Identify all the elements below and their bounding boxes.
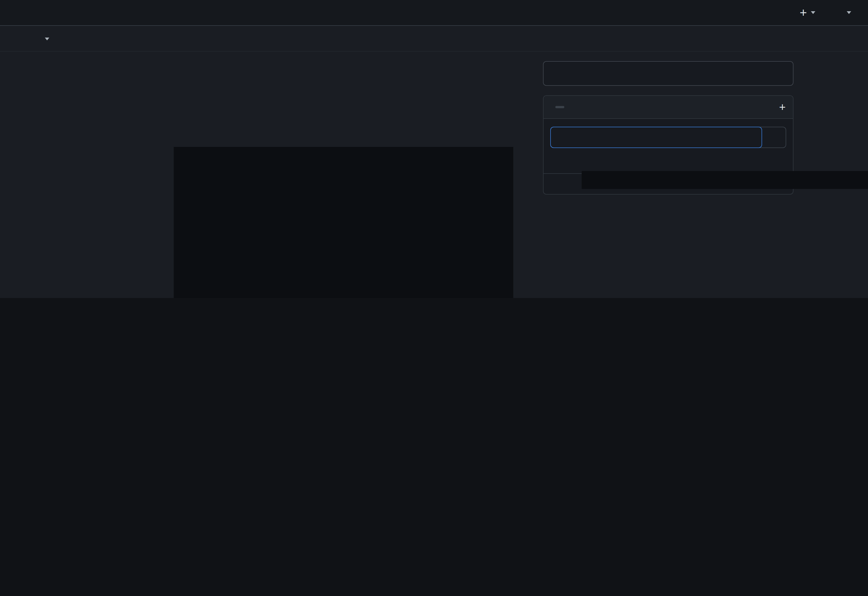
dashboard-sidebar: + [543, 61, 793, 86]
contribution-heatmap [77, 62, 542, 135]
user-menu[interactable] [828, 5, 851, 20]
add-repository-button[interactable]: + [779, 102, 785, 112]
context-user-avatar[interactable] [17, 31, 32, 47]
context-bar [0, 27, 868, 52]
admin-panel-icon[interactable] [774, 6, 787, 19]
user-avatar [828, 5, 843, 20]
top-navbar: + [0, 0, 868, 26]
chevron-down-icon [847, 11, 851, 14]
create-new-dropdown[interactable]: + [800, 7, 815, 18]
chevron-down-icon [811, 11, 815, 14]
repo-search-field[interactable] [550, 127, 762, 148]
notifications-bell-icon[interactable] [749, 6, 762, 19]
repositories-panel-header: + [543, 96, 793, 119]
gitea-logo-icon[interactable] [17, 4, 34, 21]
repositories-count-badge [555, 106, 564, 108]
plus-icon: + [800, 7, 807, 18]
gitea-dashboard: + [0, 0, 868, 298]
redacted-area [582, 171, 868, 189]
repo-filter-button[interactable] [762, 127, 785, 148]
view-switch-tabs [543, 61, 793, 86]
repo-search-input[interactable] [561, 132, 755, 142]
chevron-down-icon[interactable] [45, 37, 49, 40]
repo-search-row [543, 119, 793, 154]
redacted-area [174, 147, 513, 298]
